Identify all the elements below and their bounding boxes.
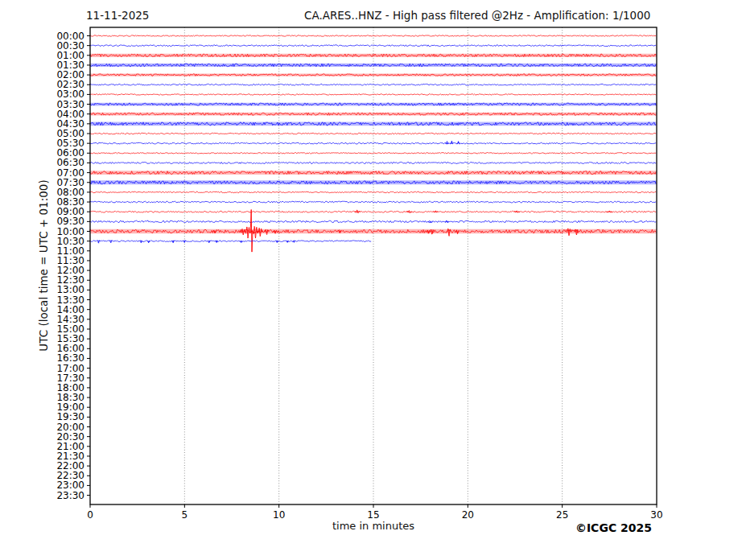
x-tick-label: 5 bbox=[182, 509, 188, 521]
trace-line bbox=[90, 45, 656, 47]
trace-line bbox=[90, 241, 371, 242]
x-tick-label: 0 bbox=[87, 509, 93, 521]
copyright-text: ©ICGC 2025 bbox=[575, 521, 652, 534]
event-burst bbox=[245, 227, 251, 238]
helicorder-page: 11-11-2025 CA.ARES..HNZ - High pass filt… bbox=[0, 0, 746, 560]
event-burst bbox=[293, 241, 295, 242]
record-date: 11-11-2025 bbox=[86, 9, 149, 22]
y-tick-label: 23:30 bbox=[56, 490, 84, 501]
x-tick-label: 10 bbox=[273, 509, 285, 521]
x-tick-label: 30 bbox=[650, 509, 662, 521]
x-tick-label: 20 bbox=[462, 509, 474, 521]
y-axis-label: UTC (local time = UTC + 01:00) bbox=[37, 179, 50, 351]
helicorder-plot: 00:0000:3001:0001:3002:0002:3003:0003:30… bbox=[0, 0, 746, 560]
trace-line bbox=[90, 162, 656, 163]
x-tick-label: 15 bbox=[367, 509, 379, 521]
event-burst bbox=[208, 241, 210, 243]
trace-line bbox=[90, 142, 656, 144]
trace-line bbox=[90, 153, 656, 154]
x-tick-label: 25 bbox=[556, 509, 568, 521]
trace-line bbox=[90, 211, 656, 212]
event-burst bbox=[355, 210, 361, 213]
plot-frame bbox=[90, 27, 657, 504]
page-title: CA.ARES..HNZ - High pass filtered @2Hz -… bbox=[304, 9, 658, 22]
trace-line bbox=[90, 201, 656, 203]
x-axis-label: time in minutes bbox=[332, 520, 414, 532]
